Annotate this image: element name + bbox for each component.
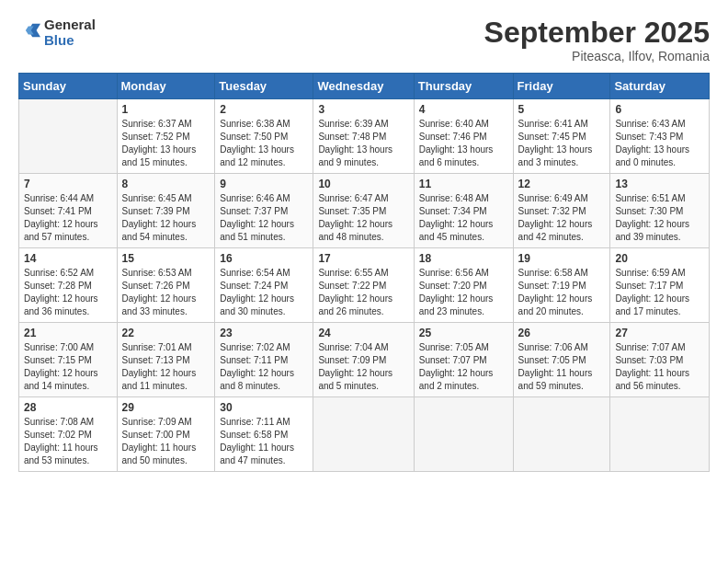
calendar-header-row: SundayMondayTuesdayWednesdayThursdayFrid… — [19, 74, 710, 99]
calendar-cell — [313, 397, 414, 472]
column-header-tuesday: Tuesday — [215, 74, 313, 99]
day-number: 2 — [220, 103, 308, 116]
day-info: Sunrise: 6:59 AMSunset: 7:17 PMDaylight:… — [615, 267, 704, 318]
calendar-cell: 10Sunrise: 6:47 AMSunset: 7:35 PMDayligh… — [313, 174, 414, 248]
day-info: Sunrise: 7:05 AMSunset: 7:07 PMDaylight:… — [419, 341, 508, 393]
day-number: 21 — [24, 327, 112, 339]
day-info: Sunrise: 6:39 AMSunset: 7:48 PMDaylight:… — [318, 118, 408, 169]
calendar-cell: 24Sunrise: 7:04 AMSunset: 7:09 PMDayligh… — [313, 323, 414, 397]
calendar-week-1: 1Sunrise: 6:37 AMSunset: 7:52 PMDaylight… — [19, 99, 710, 174]
day-info: Sunrise: 6:37 AMSunset: 7:52 PMDaylight:… — [122, 118, 210, 169]
calendar-cell: 4Sunrise: 6:40 AMSunset: 7:46 PMDaylight… — [414, 99, 513, 174]
calendar-week-4: 21Sunrise: 7:00 AMSunset: 7:15 PMDayligh… — [19, 323, 710, 397]
day-info: Sunrise: 6:47 AMSunset: 7:35 PMDaylight:… — [318, 192, 408, 244]
day-number: 8 — [122, 178, 210, 190]
day-info: Sunrise: 7:08 AMSunset: 7:02 PMDaylight:… — [24, 416, 112, 467]
day-number: 22 — [122, 327, 210, 339]
column-header-wednesday: Wednesday — [313, 74, 414, 99]
calendar-cell: 30Sunrise: 7:11 AMSunset: 6:58 PMDayligh… — [215, 397, 313, 472]
day-number: 24 — [318, 327, 408, 339]
day-info: Sunrise: 6:56 AMSunset: 7:20 PMDaylight:… — [419, 267, 508, 318]
page-header: General Blue September 2025 Piteasca, Il… — [18, 17, 710, 63]
day-number: 10 — [318, 178, 408, 190]
day-number: 18 — [419, 252, 508, 265]
calendar-cell: 17Sunrise: 6:55 AMSunset: 7:22 PMDayligh… — [313, 248, 414, 323]
day-number: 29 — [122, 401, 210, 414]
calendar-cell: 6Sunrise: 6:43 AMSunset: 7:43 PMDaylight… — [610, 99, 710, 174]
column-header-sunday: Sunday — [19, 74, 118, 99]
calendar-cell: 19Sunrise: 6:58 AMSunset: 7:19 PMDayligh… — [513, 248, 610, 323]
day-info: Sunrise: 7:07 AMSunset: 7:03 PMDaylight:… — [615, 341, 704, 393]
day-info: Sunrise: 7:00 AMSunset: 7:15 PMDaylight:… — [24, 341, 112, 393]
day-number: 11 — [419, 178, 508, 190]
location: Piteasca, Ilfov, Romania — [484, 49, 710, 63]
calendar-cell: 29Sunrise: 7:09 AMSunset: 7:00 PMDayligh… — [117, 397, 215, 472]
day-info: Sunrise: 6:46 AMSunset: 7:37 PMDaylight:… — [220, 192, 308, 244]
day-info: Sunrise: 6:55 AMSunset: 7:22 PMDaylight:… — [318, 267, 408, 318]
day-number: 15 — [122, 252, 210, 265]
day-info: Sunrise: 6:51 AMSunset: 7:30 PMDaylight:… — [615, 192, 704, 244]
logo-text-blue: Blue — [44, 32, 96, 48]
day-number: 23 — [220, 327, 308, 339]
day-number: 16 — [220, 252, 308, 265]
day-info: Sunrise: 6:58 AMSunset: 7:19 PMDaylight:… — [518, 267, 606, 318]
day-number: 30 — [220, 401, 308, 414]
day-info: Sunrise: 7:09 AMSunset: 7:00 PMDaylight:… — [122, 416, 210, 467]
calendar-cell: 26Sunrise: 7:06 AMSunset: 7:05 PMDayligh… — [513, 323, 610, 397]
day-info: Sunrise: 7:06 AMSunset: 7:05 PMDaylight:… — [518, 341, 606, 393]
calendar-cell: 12Sunrise: 6:49 AMSunset: 7:32 PMDayligh… — [513, 174, 610, 248]
day-info: Sunrise: 6:40 AMSunset: 7:46 PMDaylight:… — [419, 118, 508, 169]
day-info: Sunrise: 7:02 AMSunset: 7:11 PMDaylight:… — [220, 341, 308, 393]
calendar-cell: 8Sunrise: 6:45 AMSunset: 7:39 PMDaylight… — [117, 174, 215, 248]
calendar-cell: 7Sunrise: 6:44 AMSunset: 7:41 PMDaylight… — [19, 174, 118, 248]
day-number: 20 — [615, 252, 704, 265]
calendar-cell: 20Sunrise: 6:59 AMSunset: 7:17 PMDayligh… — [610, 248, 710, 323]
day-number: 26 — [518, 327, 606, 339]
logo-icon — [20, 20, 40, 40]
calendar-cell: 27Sunrise: 7:07 AMSunset: 7:03 PMDayligh… — [610, 323, 710, 397]
calendar-cell — [19, 99, 118, 174]
day-number: 12 — [518, 178, 606, 190]
calendar-cell: 13Sunrise: 6:51 AMSunset: 7:30 PMDayligh… — [610, 174, 710, 248]
day-number: 14 — [24, 252, 112, 265]
logo-text-general: General — [44, 17, 96, 32]
calendar-cell — [513, 397, 610, 472]
day-number: 5 — [518, 103, 606, 116]
day-info: Sunrise: 6:44 AMSunset: 7:41 PMDaylight:… — [24, 192, 112, 244]
calendar-cell: 25Sunrise: 7:05 AMSunset: 7:07 PMDayligh… — [414, 323, 513, 397]
day-info: Sunrise: 7:01 AMSunset: 7:13 PMDaylight:… — [122, 341, 210, 393]
calendar-week-2: 7Sunrise: 6:44 AMSunset: 7:41 PMDaylight… — [19, 174, 710, 248]
calendar-cell: 9Sunrise: 6:46 AMSunset: 7:37 PMDaylight… — [215, 174, 313, 248]
day-number: 1 — [122, 103, 210, 116]
day-info: Sunrise: 6:41 AMSunset: 7:45 PMDaylight:… — [518, 118, 606, 169]
calendar-cell: 2Sunrise: 6:38 AMSunset: 7:50 PMDaylight… — [215, 99, 313, 174]
calendar-week-3: 14Sunrise: 6:52 AMSunset: 7:28 PMDayligh… — [19, 248, 710, 323]
day-number: 25 — [419, 327, 508, 339]
calendar-cell: 21Sunrise: 7:00 AMSunset: 7:15 PMDayligh… — [19, 323, 118, 397]
day-number: 4 — [419, 103, 508, 116]
day-number: 6 — [615, 103, 704, 116]
day-number: 9 — [220, 178, 308, 190]
day-info: Sunrise: 6:48 AMSunset: 7:34 PMDaylight:… — [419, 192, 508, 244]
logo: General Blue — [18, 17, 96, 49]
day-info: Sunrise: 6:38 AMSunset: 7:50 PMDaylight:… — [220, 118, 308, 169]
day-number: 17 — [318, 252, 408, 265]
day-number: 28 — [24, 401, 112, 414]
day-info: Sunrise: 6:49 AMSunset: 7:32 PMDaylight:… — [518, 192, 606, 244]
day-info: Sunrise: 6:45 AMSunset: 7:39 PMDaylight:… — [122, 192, 210, 244]
calendar-cell: 11Sunrise: 6:48 AMSunset: 7:34 PMDayligh… — [414, 174, 513, 248]
calendar-cell: 28Sunrise: 7:08 AMSunset: 7:02 PMDayligh… — [19, 397, 118, 472]
day-info: Sunrise: 7:11 AMSunset: 6:58 PMDaylight:… — [220, 416, 308, 467]
calendar: SundayMondayTuesdayWednesdayThursdayFrid… — [18, 73, 710, 472]
day-number: 27 — [615, 327, 704, 339]
day-number: 19 — [518, 252, 606, 265]
calendar-cell — [414, 397, 513, 472]
day-info: Sunrise: 6:52 AMSunset: 7:28 PMDaylight:… — [24, 267, 112, 318]
calendar-cell: 1Sunrise: 6:37 AMSunset: 7:52 PMDaylight… — [117, 99, 215, 174]
column-header-saturday: Saturday — [610, 74, 710, 99]
calendar-week-5: 28Sunrise: 7:08 AMSunset: 7:02 PMDayligh… — [19, 397, 710, 472]
day-info: Sunrise: 6:54 AMSunset: 7:24 PMDaylight:… — [220, 267, 308, 318]
column-header-thursday: Thursday — [414, 74, 513, 99]
calendar-cell: 15Sunrise: 6:53 AMSunset: 7:26 PMDayligh… — [117, 248, 215, 323]
title-section: September 2025 Piteasca, Ilfov, Romania — [484, 17, 710, 63]
